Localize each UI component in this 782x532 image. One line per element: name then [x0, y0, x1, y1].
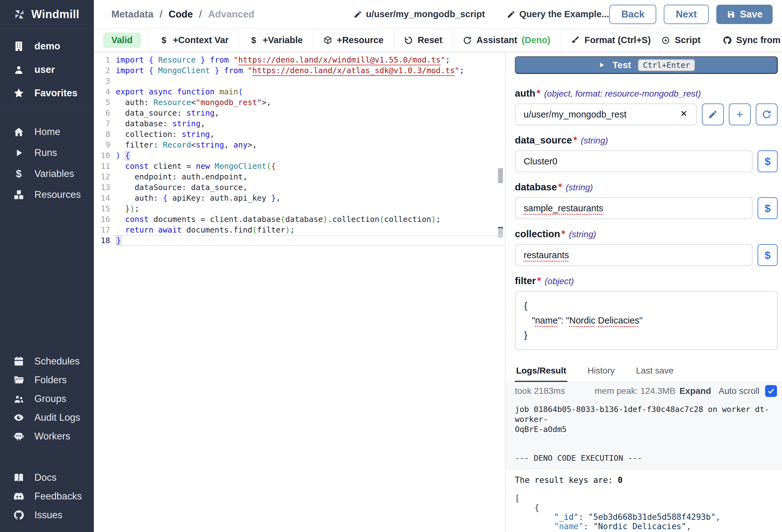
calendar-icon	[13, 356, 25, 367]
back-button[interactable]: Back	[609, 5, 656, 24]
code-line-4[interactable]: 4export async function main(	[94, 86, 505, 97]
code-line-17[interactable]: 17 return await documents.find(filter);	[94, 224, 505, 235]
sidebar-item-audit-logs[interactable]: Audit Logs	[0, 408, 94, 427]
log-line: job 01864b05-8033-b136-1def-f30c48ac7c28…	[515, 405, 777, 424]
discord-icon	[13, 491, 25, 502]
main-column: Metadata/Code/Advanced u/user/my_mongodb…	[94, 0, 782, 532]
save-button[interactable]: Save	[716, 5, 773, 24]
mem-peak-text: mem peak: 124.3MB	[595, 386, 675, 396]
clear-icon[interactable]	[679, 109, 688, 120]
code-line-5[interactable]: 5 auth: Resource<"mongodb_rest">,	[94, 97, 505, 108]
sidebar-item-runs[interactable]: Runs	[0, 142, 94, 163]
sidebar-item-label: Schedules	[34, 356, 80, 367]
expand-button[interactable]: Expand	[679, 386, 711, 396]
-resource-button[interactable]: +Resource	[313, 29, 393, 51]
sidebar-item-demo[interactable]: demo	[0, 34, 94, 58]
sidebar-item-label: demo	[34, 41, 60, 52]
dollar-icon: $	[249, 36, 258, 45]
code-line-13[interactable]: 13 dataSource: data_source,	[94, 182, 505, 193]
script-summary-chip[interactable]: Query the Example...	[507, 9, 609, 20]
sidebar-item-favorites[interactable]: Favorites	[0, 81, 94, 105]
eye-icon	[13, 412, 25, 423]
sidebar-item-variables[interactable]: $Variables	[0, 163, 94, 184]
field-label-collection: collection*(string)	[515, 228, 778, 240]
code-line-14[interactable]: 14 auth: { apiKey: auth.api_key },	[94, 193, 505, 203]
code-line-18[interactable]: 18}	[94, 235, 505, 246]
-variable-button[interactable]: $+Variable	[239, 29, 313, 51]
tab-metadata[interactable]: Metadata	[111, 9, 153, 20]
field-input-database[interactable]: sample_restaurants	[515, 197, 753, 219]
field-row-auth: u/user/my_mongodb_rest	[515, 104, 778, 125]
field-input-collection[interactable]: restaurants	[515, 244, 753, 266]
tab-logs-result[interactable]: Logs/Result	[515, 361, 567, 382]
-context-var-button[interactable]: $+Context Var	[149, 29, 239, 51]
sidebar-item-groups[interactable]: Groups	[0, 389, 94, 408]
code-line-6[interactable]: 6 data_source: string,	[94, 108, 505, 118]
sidebar-item-label: Groups	[34, 393, 66, 405]
format-ctrl-s--button[interactable]: Format (Ctrl+S)	[560, 29, 661, 51]
sidebar-item-home[interactable]: Home	[0, 121, 94, 142]
insert-variable-button[interactable]: $	[757, 150, 778, 172]
brush-icon	[571, 36, 580, 45]
folder-icon	[13, 375, 25, 386]
code-line-7[interactable]: 7 database: string,	[94, 118, 505, 129]
script-path-chip[interactable]: u/user/my_mongodb_script	[353, 9, 485, 20]
insert-variable-button[interactable]: $	[757, 244, 778, 266]
log-line	[515, 434, 777, 453]
script-path: u/user/my_mongodb_script	[366, 9, 485, 20]
code-line-9[interactable]: 9 filter: Record<string, any>,	[94, 140, 505, 150]
script-button[interactable]: Script	[661, 35, 700, 45]
code-line-10[interactable]: 10) {	[94, 150, 505, 161]
autoscroll-checkbox[interactable]	[765, 385, 777, 397]
robot-icon	[13, 431, 25, 442]
sidebar-item-schedules[interactable]: Schedules	[0, 352, 94, 371]
field-input-filter[interactable]: { "name": "Nordic Delicacies"}	[515, 291, 778, 350]
code-editor[interactable]: 1import { Resource } from "https://deno.…	[94, 52, 505, 532]
plus-button[interactable]	[729, 104, 751, 125]
tab-code[interactable]: Code	[169, 9, 193, 20]
sidebar-item-issues[interactable]: Issues	[0, 506, 94, 525]
pencil-button[interactable]	[702, 104, 724, 125]
breadcrumb-separator: /	[199, 9, 202, 20]
field-input-auth[interactable]: u/user/my_mongodb_rest	[515, 104, 697, 125]
tab-last-save[interactable]: Last save	[635, 361, 675, 382]
code-line-8[interactable]: 8 collection: string,	[94, 129, 505, 140]
code-line-2[interactable]: 2import { MongoClient } from "https://de…	[94, 65, 505, 76]
code-line-3[interactable]: 3	[94, 76, 505, 86]
field-type-note: (object, format: resource-mongodb_rest)	[544, 89, 701, 99]
play-icon	[13, 147, 25, 158]
tab-history[interactable]: History	[586, 361, 616, 382]
github-icon	[722, 36, 732, 45]
code-line-11[interactable]: 11 const client = new MongoClient({	[94, 161, 505, 171]
svg-text:$: $	[162, 36, 166, 45]
test-button[interactable]: Test Ctrl+Enter	[515, 56, 778, 74]
refresh-button[interactable]	[756, 104, 778, 125]
field-row-database: sample_restaurants$	[515, 197, 778, 219]
reset-button[interactable]: Reset	[393, 29, 452, 51]
sidebar-item-label: user	[34, 64, 55, 75]
code-line-12[interactable]: 12 endpoint: auth.endpoint,	[94, 171, 505, 182]
log-line: --- DENO CODE EXECUTION ---	[515, 453, 777, 463]
assistant-button[interactable]: Assistant(Deno)	[452, 29, 560, 51]
sidebar-item-folders[interactable]: Folders	[0, 371, 94, 389]
required-asterisk: *	[537, 275, 541, 287]
insert-variable-button[interactable]: $	[757, 197, 778, 219]
editor-toolbar: Valid $+Context Var$+Variable+ResourceRe…	[94, 29, 782, 52]
top-header: Metadata/Code/Advanced u/user/my_mongodb…	[94, 0, 782, 29]
sidebar-item-resources[interactable]: Resources	[0, 184, 94, 205]
sidebar-item-workers[interactable]: Workers	[0, 427, 94, 446]
code-line-16[interactable]: 16 const documents = client.database(dat…	[94, 214, 505, 224]
next-button[interactable]: Next	[664, 5, 709, 24]
code-text: endpoint: auth.endpoint,	[116, 171, 505, 182]
code-line-1[interactable]: 1import { Resource } from "https://deno.…	[94, 54, 505, 65]
field-input-data_source[interactable]: Cluster0	[515, 150, 753, 172]
app-logo[interactable]: Windmill	[0, 0, 94, 29]
code-line-15[interactable]: 15 });	[94, 203, 505, 214]
tab-advanced[interactable]: Advanced	[208, 9, 254, 20]
logs-section: took 2183ms mem peak: 124.3MB Expand Aut…	[505, 382, 782, 469]
sidebar-item-user[interactable]: user	[0, 58, 94, 81]
line-number: 16	[94, 215, 110, 224]
sync-from-github-button[interactable]: Sync from Github	[722, 35, 782, 45]
sidebar-item-docs[interactable]: Docs	[0, 468, 94, 487]
sidebar-item-feedbacks[interactable]: Feedbacks	[0, 487, 94, 506]
